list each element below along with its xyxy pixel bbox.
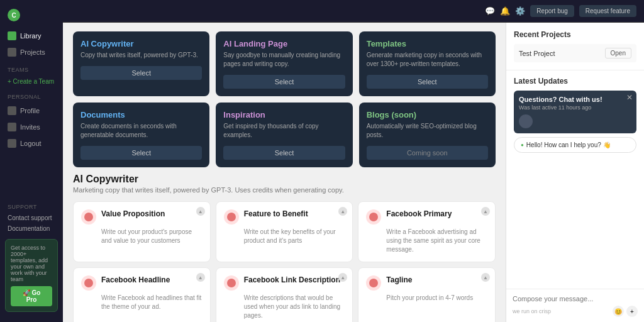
compose-icon-group: 😊 + <box>613 306 638 317</box>
top-card-btn-1[interactable]: Select <box>223 75 345 89</box>
tool-title-2: Facebook Primary <box>386 209 452 218</box>
teams-section-label: TEAMS <box>0 60 63 75</box>
top-cards-grid: AI Copywriter Copy that writes itself, p… <box>73 31 496 167</box>
bell-icon[interactable]: 🔔 <box>500 6 510 16</box>
top-card-btn-3[interactable]: Select <box>80 146 202 160</box>
sidebar-item-library[interactable]: Library <box>0 28 63 44</box>
upgrade-icon-4: ▲ <box>338 273 347 282</box>
documentation-link[interactable]: Documentation <box>0 223 63 234</box>
tool-card-value-proposition[interactable]: ▲ Value Proposition Write out your produ… <box>73 201 211 262</box>
top-card-inspiration[interactable]: Inspiration Get inspired by thousands of… <box>216 103 352 167</box>
top-card-btn-2[interactable]: Select <box>367 75 488 89</box>
top-card-btn-5[interactable]: Coming soon <box>367 146 488 160</box>
upgrade-icon-0: ▲ <box>196 207 205 216</box>
compose-input[interactable] <box>513 295 638 303</box>
ai-section-heading: AI Copywriter <box>73 174 496 185</box>
topbar: 💬 🔔 ⚙️ Report bug Request feature <box>63 0 644 23</box>
grid-icon <box>8 31 16 40</box>
tool-icon-1 <box>224 209 239 225</box>
chat-bubble: ✕ Questions? Chat with us! Was last acti… <box>514 91 636 133</box>
main-content: AI Copywriter Copy that writes itself, p… <box>63 23 506 322</box>
tool-desc-0: Write out your product's purpose and val… <box>101 228 203 245</box>
message-icon[interactable]: 💬 <box>485 6 495 16</box>
top-card-desc-5: Automatically write SEO-optimized blog p… <box>367 122 488 140</box>
right-panel: Recent Projects Test Project Open Latest… <box>506 23 644 322</box>
latest-updates-title: Latest Updates <box>514 77 636 86</box>
profile-icon <box>8 106 16 115</box>
chat-bubble-subtitle: Was last active 11 hours ago <box>519 104 631 111</box>
tool-title-5: Tagline <box>386 275 412 284</box>
top-card-title-3: Documents <box>80 110 202 119</box>
top-card-title-2: Templates <box>367 39 488 48</box>
hello-message: ● Hello! How can I help you? 👋 <box>514 137 636 153</box>
top-card-blogs[interactable]: Blogs (soon) Automatically write SEO-opt… <box>359 103 496 167</box>
settings-icon[interactable]: ⚙️ <box>515 6 525 16</box>
sidebar-label-invites: Invites <box>20 123 40 131</box>
report-bug-button[interactable]: Report bug <box>530 5 574 17</box>
tool-title-0: Value Proposition <box>101 209 165 218</box>
logout-icon <box>8 139 16 148</box>
emoji-icon[interactable]: 😊 <box>613 306 624 317</box>
contact-support-link[interactable]: Contact support <box>0 213 63 223</box>
tool-desc-1: Write out the key benefits of your produ… <box>244 228 345 245</box>
close-icon[interactable]: ✕ <box>626 93 633 102</box>
tool-title-4: Facebook Link Description <box>244 275 340 284</box>
project-row: Test Project Open <box>514 44 636 62</box>
top-card-templates[interactable]: Templates Generate marketing copy in sec… <box>359 31 496 96</box>
top-card-desc-3: Create documents in seconds with generat… <box>80 122 202 140</box>
tool-desc-4: Write descriptions that would be used wh… <box>244 294 345 320</box>
tool-card-facebook-primary[interactable]: ▲ Facebook Primary Write a Facebook adve… <box>358 201 496 262</box>
top-card-documents[interactable]: Documents Create documents in seconds wi… <box>73 103 209 167</box>
sidebar-label-library: Library <box>20 32 42 40</box>
ai-section-subheading: Marketing copy that writes itself, power… <box>73 186 496 194</box>
sidebar-item-projects[interactable]: Projects <box>0 44 63 60</box>
sidebar-logo: C <box>0 5 63 28</box>
tool-title-1: Feature to Benefit <box>244 209 308 218</box>
tool-title-3: Facebook Headline <box>101 275 170 284</box>
top-card-ai-copywriter[interactable]: AI Copywriter Copy that writes itself, p… <box>73 31 209 96</box>
top-card-title-4: Inspiration <box>223 110 345 119</box>
top-card-desc-1: Say goodbye to manually creating landing… <box>223 51 345 69</box>
tool-card-feature-to-benefit[interactable]: ▲ Feature to Benefit Write out the key b… <box>216 201 353 262</box>
tool-cards-grid: ▲ Value Proposition Write out your produ… <box>73 201 496 322</box>
upgrade-icon-1: ▲ <box>338 207 347 216</box>
green-dot-icon: ● <box>521 142 524 148</box>
tool-icon-0 <box>81 209 96 225</box>
top-card-btn-0[interactable]: Select <box>80 66 202 80</box>
top-card-ai-landing[interactable]: AI Landing Page Say goodbye to manually … <box>216 31 352 96</box>
create-team-link[interactable]: + Create a Team <box>0 75 63 87</box>
app-logo-icon: C <box>8 9 20 21</box>
tool-card-facebook-link[interactable]: ▲ Facebook Link Description Write descri… <box>216 267 353 322</box>
sidebar-item-invites[interactable]: Invites <box>0 119 63 135</box>
top-card-desc-2: Generate marketing copy in seconds with … <box>367 51 488 69</box>
sidebar-item-logout[interactable]: Logout <box>0 135 63 152</box>
top-card-title-0: AI Copywriter <box>80 39 202 48</box>
top-card-btn-4[interactable]: Select <box>223 146 345 160</box>
folder-icon <box>8 48 16 57</box>
attach-icon[interactable]: + <box>626 306 638 317</box>
tool-icon-2 <box>366 209 381 225</box>
project-name: Test Project <box>519 50 555 57</box>
compose-actions-bar: we run on crisp 😊 + <box>513 306 638 317</box>
tool-desc-5: Pitch your product in 4-7 words <box>386 294 487 303</box>
full-access-text: Get access to 2000+ templates, add your … <box>11 245 48 282</box>
request-feature-button[interactable]: Request feature <box>579 5 636 17</box>
hello-text: Hello! How can I help you? 👋 <box>526 142 611 148</box>
avatar <box>519 114 533 128</box>
tool-card-facebook-headline[interactable]: ▲ Facebook Headline Write Facebook ad he… <box>73 267 211 322</box>
top-card-title-1: AI Landing Page <box>223 39 345 48</box>
recent-projects-title: Recent Projects <box>514 30 636 39</box>
sidebar-label-projects: Projects <box>20 48 45 56</box>
upgrade-icon-5: ▲ <box>481 273 490 282</box>
full-access-promo: Get access to 2000+ templates, add your … <box>5 239 58 312</box>
sidebar-label-logout: Logout <box>20 140 42 147</box>
upgrade-icon-2: ▲ <box>481 207 490 216</box>
sidebar-label-profile: Profile <box>20 107 40 114</box>
crisp-label: we run on crisp <box>513 308 551 314</box>
sidebar-item-profile[interactable]: Profile <box>0 103 63 119</box>
go-pro-button[interactable]: 🚀 Go Pro <box>11 286 52 306</box>
project-open-button[interactable]: Open <box>605 48 631 58</box>
tool-card-tagline[interactable]: ▲ Tagline Pitch your product in 4-7 word… <box>358 267 496 322</box>
recent-projects-section: Recent Projects Test Project Open <box>506 23 644 70</box>
sidebar: C Library Projects TEAMS + Create a Team… <box>0 0 63 322</box>
